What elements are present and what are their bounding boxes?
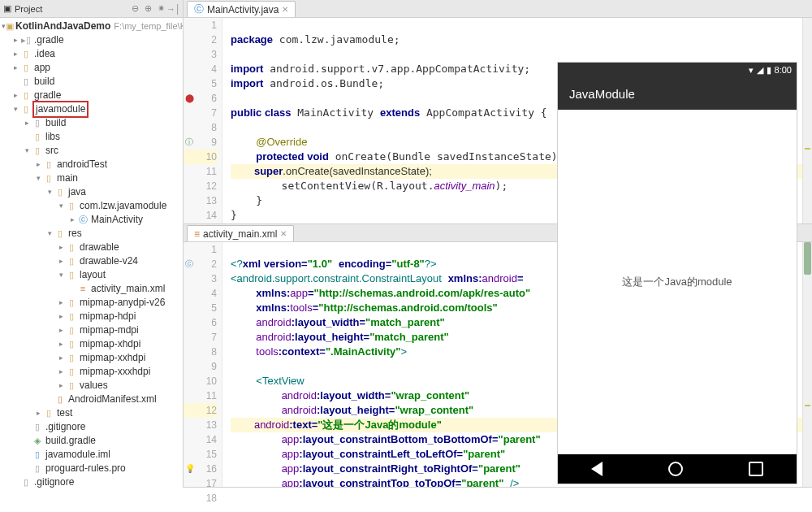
tree-item[interactable]: ▯libs (0, 130, 183, 144)
project-icon: ▣ (3, 3, 11, 14)
xml-file-icon: ≡ (194, 228, 200, 240)
battery-icon: ▮ (767, 65, 771, 76)
nav-back-icon[interactable] (591, 462, 603, 476)
phone-statusbar: ▾ ◢ ▮ 8:00 (558, 63, 797, 77)
tree-item[interactable]: ▯.gitignore (0, 475, 183, 488)
tab-label: activity_main.xml (203, 228, 277, 240)
signal-icon: ◢ (757, 65, 763, 76)
editor-tabbar-top: ⓒ MainActivity.java ✕ (184, 0, 812, 18)
tab-activity-main-xml[interactable]: ≡ activity_main.xml ✕ (187, 225, 294, 241)
tree-item[interactable]: ▸▯gradle (0, 89, 183, 102)
project-panel: ▣ Project ⊖ ⊕ ✷ →│ ▾▣KotlinAndJavaDemoF:… (0, 0, 184, 488)
tab-label: MainActivity.java (207, 4, 279, 15)
tree-item-activity-main-xml[interactable]: ≡activity_main.xml (0, 282, 183, 296)
tree-item[interactable]: ▯proguard-rules.pro (0, 462, 183, 475)
close-icon[interactable]: ✕ (282, 5, 288, 14)
tree-item[interactable]: ▾▯res (0, 227, 183, 241)
scrollbar[interactable] (802, 242, 812, 487)
project-panel-header: ▣ Project ⊖ ⊕ ✷ →│ (0, 0, 183, 18)
tree-item[interactable]: ▯.gitignore (0, 420, 183, 434)
tree-item[interactable]: ▸▯mipmap-mdpi (0, 323, 183, 337)
phone-appbar: JavaModule (558, 77, 797, 110)
tree-item[interactable]: ▾▯src (0, 144, 183, 158)
phone-app-title: JavaModule (569, 87, 635, 101)
tree-item[interactable]: ▸▯mipmap-xxxhdpi (0, 365, 183, 379)
tree-item[interactable]: ▯build (0, 75, 183, 89)
tree-item[interactable]: ▸▯build (0, 116, 183, 130)
phone-time: 8:00 (775, 65, 792, 75)
tree-item[interactable]: ▸▯app (0, 61, 183, 75)
tree-item[interactable]: ▯AndroidManifest.xml (0, 393, 183, 406)
nav-home-icon[interactable] (668, 462, 683, 476)
tab-mainactivity[interactable]: ⓒ MainActivity.java ✕ (187, 1, 296, 17)
tree-item[interactable]: ▾▯java (0, 185, 183, 199)
tree-item[interactable]: ▸▯androidTest (0, 158, 183, 171)
tree-item[interactable]: ▸▯drawable (0, 241, 183, 254)
expand-icon[interactable]: ⊕ (142, 3, 153, 15)
gear-icon[interactable]: ✷ (155, 3, 166, 15)
tree-item[interactable]: ▯javamodule.iml (0, 448, 183, 462)
tree-item[interactable]: ▸▯test (0, 406, 183, 420)
gutter: 1ⓒ23456789101112131415💡161718 (184, 242, 222, 487)
hide-icon[interactable]: →│ (168, 3, 179, 15)
nav-recent-icon[interactable] (749, 462, 763, 476)
tree-item[interactable]: ▸▯.idea (0, 47, 183, 61)
tree-item[interactable]: ◈build.gradle (0, 434, 183, 448)
tree-item[interactable]: ▾▯com.lzw.javamodule (0, 199, 183, 213)
project-tree[interactable]: ▾▣KotlinAndJavaDemoF:\my_temp_file\Kotli… (0, 18, 183, 488)
tree-item[interactable]: ▾▯layout (0, 268, 183, 282)
tree-item[interactable]: ▾▯main (0, 171, 183, 185)
phone-navbar (558, 454, 797, 484)
java-file-icon: ⓒ (194, 2, 204, 16)
tree-item-javamodule[interactable]: ▾▯javamodule (0, 102, 183, 116)
emulator-preview: ▾ ◢ ▮ 8:00 JavaModule 这是一个Java的module (557, 62, 797, 484)
tree-item[interactable]: ▸▯mipmap-hdpi (0, 310, 183, 323)
tree-item[interactable]: ▸▸▯.gradle (0, 33, 183, 47)
tree-item[interactable]: ▸▯mipmap-anydpi-v26 (0, 296, 183, 310)
tree-item[interactable]: ▸▯mipmap-xhdpi (0, 337, 183, 351)
scrollbar[interactable] (802, 18, 812, 223)
phone-body-text: 这是一个Java的module (622, 275, 732, 289)
phone-body: 这是一个Java的module (558, 110, 797, 454)
gutter: 12345⬤678ⓘ91011121314 (184, 18, 222, 223)
tree-root[interactable]: ▾▣KotlinAndJavaDemoF:\my_temp_file\Kotli… (0, 20, 183, 33)
wifi-icon: ▾ (749, 65, 754, 76)
tree-item-mainactivity[interactable]: ▸ⓒMainActivity (0, 213, 183, 227)
project-panel-title: Project (15, 4, 42, 14)
close-icon[interactable]: ✕ (280, 229, 287, 238)
collapse-icon[interactable]: ⊖ (129, 3, 140, 15)
tree-item[interactable]: ▸▯values (0, 379, 183, 393)
tree-item[interactable]: ▸▯mipmap-xxhdpi (0, 351, 183, 365)
tree-item[interactable]: ▸▯drawable-v24 (0, 254, 183, 268)
